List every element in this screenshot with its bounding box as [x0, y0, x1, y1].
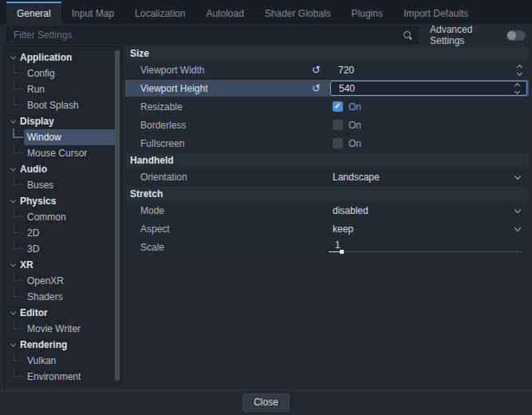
section-header-size: Size: [125, 46, 529, 60]
toggle-knob: [507, 31, 516, 40]
tree-item-openxr[interactable]: OpenXR: [4, 273, 121, 289]
chevron-down-icon: [10, 165, 16, 171]
setting-label: Orientation: [140, 172, 327, 183]
resizable-checkbox[interactable]: [333, 101, 343, 112]
checkbox-state-label: On: [349, 138, 361, 149]
setting-label: Aspect: [140, 223, 327, 235]
chevron-down-icon: [10, 341, 16, 346]
tree-category-xr[interactable]: XR: [4, 257, 121, 273]
viewport-height-spinbox[interactable]: 540: [330, 81, 527, 96]
stretch-mode-dropdown[interactable]: disabled: [327, 202, 529, 219]
borderless-checkbox[interactable]: [333, 120, 343, 130]
setting-label: Viewport Height: [140, 83, 312, 94]
settings-tree: Application Config Run Boot Splash Displ…: [3, 46, 122, 386]
dialog-footer: Close: [0, 389, 532, 415]
spinner-arrows-icon[interactable]: [515, 84, 519, 93]
tree-item-window[interactable]: Window: [4, 129, 121, 145]
viewport-width-spinbox[interactable]: 720: [327, 61, 529, 78]
chevron-down-icon: [514, 206, 521, 212]
setting-row-viewport-height: Viewport Height↺ 540: [125, 80, 529, 97]
settings-panel: Size Viewport Width↺ 720 Viewport Height…: [125, 46, 529, 257]
tree-category-physics[interactable]: Physics: [4, 193, 121, 209]
setting-label: Resizable: [140, 101, 327, 113]
tree-category-display[interactable]: Display: [4, 113, 121, 129]
tree-guide: [14, 81, 23, 89]
setting-label: Fullscreen: [140, 138, 327, 149]
scale-slider[interactable]: 1: [327, 239, 524, 255]
tab-input-map[interactable]: Input Map: [61, 3, 124, 24]
tree-category-application[interactable]: Application: [4, 49, 121, 65]
chevron-down-icon: [10, 117, 16, 123]
setting-label: Borderless: [140, 120, 327, 131]
filter-bar: Filter Settings Advanced Settings: [0, 24, 532, 46]
tree-guide: [13, 128, 23, 138]
tree-guide: [14, 240, 23, 249]
setting-row-fullscreen: Fullscreen On: [125, 135, 529, 152]
tab-general[interactable]: General: [6, 2, 61, 24]
tree-item-mouse-cursor[interactable]: Mouse Cursor: [4, 145, 121, 161]
slider-grabber[interactable]: [340, 250, 344, 254]
spinner-arrows-icon[interactable]: [518, 65, 522, 75]
tree-guide: [14, 97, 23, 105]
tree-guide: [14, 224, 23, 233]
orientation-dropdown[interactable]: Landscape: [327, 168, 529, 185]
tab-autoload[interactable]: Autoload: [195, 3, 254, 24]
tree-guide: [14, 272, 23, 281]
slider-track[interactable]: [329, 251, 522, 252]
setting-row-borderless: Borderless On: [125, 117, 529, 133]
spinbox-value: 540: [339, 83, 355, 94]
advanced-settings-label: Advanced Settings: [430, 24, 500, 46]
revert-icon[interactable]: ↺: [312, 83, 327, 93]
chevron-down-icon: [514, 224, 521, 231]
spinbox-value: 720: [338, 65, 354, 76]
dropdown-value: disabled: [333, 205, 368, 216]
tree-category-rendering[interactable]: Rendering: [4, 337, 121, 353]
tree-item-common[interactable]: Common: [4, 209, 121, 225]
tree-item-config[interactable]: Config: [4, 65, 121, 81]
filter-settings-input[interactable]: Filter Settings: [6, 26, 419, 44]
fullscreen-checkbox[interactable]: [333, 138, 343, 148]
tree-item-vulkan[interactable]: Vulkan: [4, 353, 121, 369]
advanced-settings-toggle[interactable]: [506, 30, 526, 41]
slider-value: 1: [335, 239, 341, 251]
tree-guide: [14, 208, 23, 217]
revert-icon[interactable]: ↺: [312, 65, 327, 75]
tree-item-boot-splash[interactable]: Boot Splash: [4, 97, 121, 113]
scrollbar-thumb[interactable]: [115, 50, 120, 381]
sidebar-scrollbar[interactable]: [115, 49, 120, 383]
setting-row-orientation: Orientation Landscape: [125, 168, 529, 185]
tab-import-defaults[interactable]: Import Defaults: [393, 3, 479, 24]
tree-item-run[interactable]: Run: [4, 81, 121, 97]
tree-guide: [14, 368, 23, 377]
tree-item-shaders[interactable]: Shaders: [4, 289, 121, 305]
tree-guide: [14, 65, 23, 73]
tree-guide: [14, 288, 23, 297]
chevron-down-icon: [10, 197, 16, 203]
tab-shader-globals[interactable]: Shader Globals: [254, 3, 341, 24]
tree-item-movie-writer[interactable]: Movie Writer: [4, 321, 121, 337]
dropdown-value: Landscape: [333, 172, 380, 183]
tab-localization[interactable]: Localization: [124, 3, 195, 24]
section-header-stretch: Stretch: [125, 187, 529, 200]
project-settings-window: General Input Map Localization Autoload …: [0, 0, 532, 415]
setting-row-scale: Scale 1: [125, 239, 529, 255]
tree-item-buses[interactable]: Buses: [4, 177, 121, 193]
tree-category-audio[interactable]: Audio: [4, 161, 121, 177]
setting-row-resizable: Resizable On: [125, 98, 529, 115]
dropdown-value: keep: [333, 223, 353, 235]
checkbox-state-label: On: [349, 120, 361, 131]
settings-tab-bar: General Input Map Localization Autoload …: [0, 0, 532, 24]
stretch-aspect-dropdown[interactable]: keep: [327, 220, 529, 237]
chevron-down-icon: [514, 172, 521, 179]
tree-item-environment[interactable]: Environment: [4, 369, 121, 385]
tree-item-3d[interactable]: 3D: [4, 241, 121, 257]
chevron-down-icon: [10, 53, 16, 59]
tree-category-editor[interactable]: Editor: [4, 305, 121, 321]
close-button[interactable]: Close: [242, 393, 290, 412]
tree-guide: [14, 144, 23, 153]
chevron-down-icon: [10, 309, 16, 314]
search-icon: [403, 30, 413, 41]
tab-plugins[interactable]: Plugins: [341, 3, 393, 24]
tree-item-2d[interactable]: 2D: [4, 225, 121, 241]
setting-label: Mode: [140, 205, 327, 216]
